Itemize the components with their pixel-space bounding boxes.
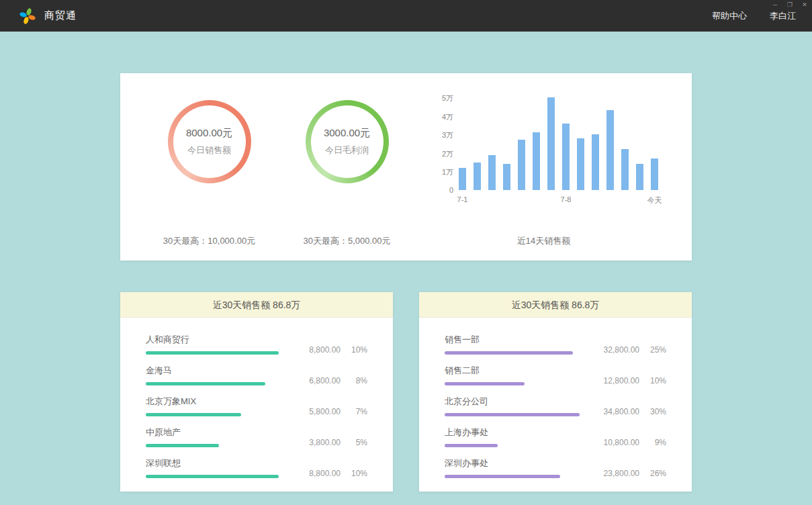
item-percent: 25% xyxy=(646,345,666,355)
item-name: 人和商贸行 xyxy=(146,334,367,346)
bar xyxy=(621,149,629,190)
item-progress-bar xyxy=(445,351,573,355)
item-value: 5,800.007% xyxy=(309,407,367,416)
item-name: 销售二部 xyxy=(445,365,666,377)
customer-ranking-body: 人和商贸行8,800.0010%金海马6,800.008%北京万象MIX5,80… xyxy=(120,318,393,492)
item-value: 10,800.009% xyxy=(604,438,666,447)
list-item: 金海马6,800.008% xyxy=(146,365,367,385)
item-name: 金海马 xyxy=(146,365,367,377)
item-percent: 10% xyxy=(347,345,367,355)
profit-donut-ring: 3000.00元 今日毛利润 xyxy=(306,100,389,183)
item-progress-bar xyxy=(146,444,219,447)
chart-caption: 近14天销售额 xyxy=(517,235,570,247)
y-axis: 5万4万3万2万1万0 xyxy=(429,97,453,190)
list-item: 人和商贸行8,800.0010% xyxy=(146,334,367,355)
y-tick-label: 2万 xyxy=(442,149,453,159)
item-value: 6,800.008% xyxy=(309,376,367,385)
x-tick-label: 7-1 xyxy=(457,195,468,203)
y-tick-label: 0 xyxy=(449,186,453,194)
list-item: 北京分公司34,800.0030% xyxy=(445,396,666,416)
summary-card: 8000.00元 今日销售额 30天最高：10,000.00元 3000.00元… xyxy=(120,73,692,261)
item-value: 34,800.0030% xyxy=(604,407,666,416)
app-title: 商贸通 xyxy=(44,9,77,22)
department-ranking-card: 近30天销售额 86.8万 销售一部32,800.0025%销售二部12,800… xyxy=(419,292,692,492)
item-progress-bar xyxy=(445,475,560,478)
user-menu[interactable]: 李白江 xyxy=(770,10,796,22)
minimize-button[interactable]: ─ xyxy=(772,1,778,8)
customer-ranking-card: 近30天销售额 86.8万 人和商贸行8,800.0010%金海马6,800.0… xyxy=(120,292,393,492)
item-name: 销售一部 xyxy=(445,334,666,346)
item-value: 23,800.0026% xyxy=(604,469,666,478)
bar xyxy=(592,134,599,190)
bars xyxy=(459,97,658,190)
item-value: 3,800.005% xyxy=(309,438,367,447)
item-percent: 30% xyxy=(646,407,666,416)
bar xyxy=(547,97,555,190)
sales-donut-center: 8000.00元 今日销售额 xyxy=(173,105,246,178)
sales-donut-ring: 8000.00元 今日销售额 xyxy=(168,100,251,183)
help-center-link[interactable]: 帮助中心 xyxy=(712,10,747,22)
bar xyxy=(488,155,496,190)
item-amount: 8,800.00 xyxy=(309,469,341,478)
item-value: 8,800.0010% xyxy=(309,345,367,355)
x-tick-label: 7-8 xyxy=(561,195,572,203)
department-ranking-body: 销售一部32,800.0025%销售二部12,800.0010%北京分公司34,… xyxy=(419,318,692,492)
item-amount: 3,800.00 xyxy=(309,438,341,447)
item-amount: 8,800.00 xyxy=(309,345,341,355)
department-ranking-title: 近30天销售额 86.8万 xyxy=(419,292,692,318)
item-name: 北京分公司 xyxy=(445,396,666,408)
item-progress-bar xyxy=(146,413,241,416)
x-tick-label: 今天 xyxy=(647,195,662,205)
item-percent: 5% xyxy=(347,438,367,447)
list-item: 上海办事处10,800.009% xyxy=(445,426,666,447)
item-name: 深圳联想 xyxy=(146,457,367,469)
item-progress-bar xyxy=(146,475,279,478)
item-value: 12,800.0010% xyxy=(604,376,666,385)
item-progress-bar xyxy=(146,351,279,355)
item-percent: 10% xyxy=(347,469,367,478)
today-sales-label: 今日销售额 xyxy=(187,144,231,156)
list-item: 北京万象MIX5,800.007% xyxy=(146,396,367,416)
maximize-button[interactable]: ❐ xyxy=(786,1,793,8)
window-controls: ─ ❐ ✕ xyxy=(772,1,808,8)
item-amount: 10,800.00 xyxy=(604,438,639,447)
y-tick-label: 3万 xyxy=(442,130,453,140)
item-percent: 7% xyxy=(347,407,367,416)
bar xyxy=(518,140,525,190)
sales-30d-max: 30天最高：10,000.00元 xyxy=(163,235,255,247)
today-sales-panel: 8000.00元 今日销售额 30天最高：10,000.00元 xyxy=(140,91,278,247)
item-progress-bar xyxy=(445,444,498,447)
y-tick-label: 1万 xyxy=(442,167,453,177)
item-percent: 9% xyxy=(646,438,666,447)
item-amount: 23,800.00 xyxy=(604,469,639,478)
bar xyxy=(606,110,614,190)
y-tick-label: 4万 xyxy=(442,112,453,122)
app-logo-pinwheel-icon xyxy=(19,7,36,25)
item-percent: 10% xyxy=(646,376,666,385)
item-amount: 6,800.00 xyxy=(309,376,341,385)
today-sales-value: 8000.00元 xyxy=(186,127,232,140)
item-percent: 26% xyxy=(646,469,666,478)
item-amount: 32,800.00 xyxy=(604,345,639,355)
profit-donut-center: 3000.00元 今日毛利润 xyxy=(311,105,384,178)
titlebar: 商贸通 帮助中心 李白江 ─ ❐ ✕ xyxy=(0,0,812,32)
item-amount: 12,800.00 xyxy=(604,376,639,385)
item-name: 北京万象MIX xyxy=(146,396,367,408)
close-button[interactable]: ✕ xyxy=(801,1,808,8)
bar xyxy=(459,168,466,190)
item-value: 32,800.0025% xyxy=(604,345,666,355)
item-name: 上海办事处 xyxy=(445,426,666,439)
plot-area: 7-17-8今天 xyxy=(459,97,658,205)
bar xyxy=(636,164,643,190)
item-amount: 5,800.00 xyxy=(309,407,341,416)
today-profit-value: 3000.00元 xyxy=(324,127,370,140)
list-item: 深圳联想8,800.0010% xyxy=(146,457,367,478)
sales-14d-chart: 5万4万3万2万1万0 7-17-8今天 近14天销售额 xyxy=(416,91,672,247)
y-tick-label: 5万 xyxy=(442,93,453,103)
bar xyxy=(473,163,481,190)
bar xyxy=(651,158,658,190)
list-item: 中原地产3,800.005% xyxy=(146,426,367,447)
profit-30d-max: 30天最高：5,000.00元 xyxy=(303,235,390,247)
list-item: 深圳办事处23,800.0026% xyxy=(445,457,666,478)
item-value: 8,800.0010% xyxy=(309,469,367,478)
